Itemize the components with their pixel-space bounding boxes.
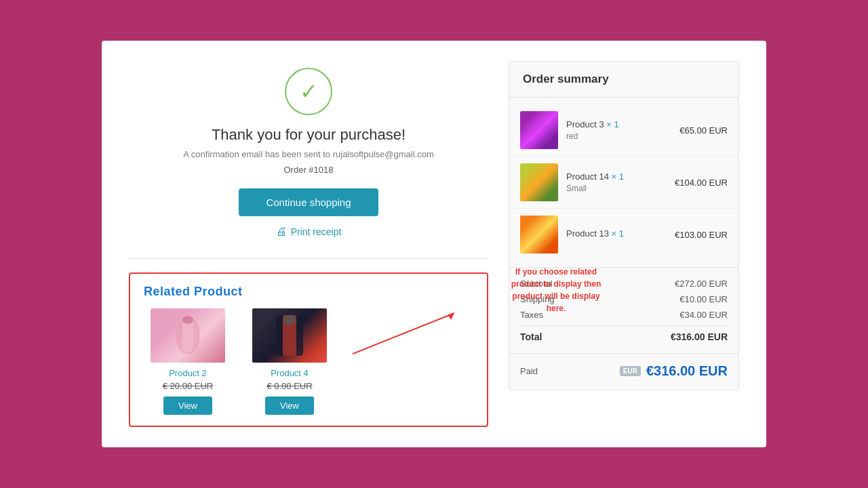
eur-badge: EUR [620,366,641,376]
product3-img [520,111,558,149]
product14-variant: Small [566,184,667,193]
subtotal-value: €272.00 EUR [675,279,728,289]
product4-view-button[interactable]: View [265,396,314,415]
related-product-title: Related Product [144,285,473,299]
svg-point-2 [182,316,193,324]
paid-amount: €316.00 EUR [646,363,728,379]
product14-info: Product 14 × 1 Small [566,171,667,193]
product3-price: €65.00 EUR [679,125,728,136]
main-container: ✓ Thank you for your purchase! A confirm… [102,41,766,447]
product2-price: € 20.00 EUR [163,381,213,391]
product2-name[interactable]: Product 2 [169,368,207,378]
product-card-4: Product 4 € 0.00 EUR View [245,308,334,415]
total-label: Total [520,331,542,342]
shipping-row: Shipping €10.00 EUR [520,291,728,307]
product3-info: Product 3 × 1 red [566,119,671,141]
order-number: Order #1018 [284,165,334,175]
order-item-product13: Product 13 × 1 €103.00 EUR [509,209,738,260]
product3-variant: red [566,131,671,141]
left-panel: ✓ Thank you for your purchase! A confirm… [129,61,488,427]
products-row: Product 2 € 20.00 EUR View [144,308,473,415]
product3-thumbnail [520,111,558,149]
shipping-label: Shipping [520,294,555,304]
paid-label: Paid [520,366,538,376]
product14-name: Product 14 × 1 [566,171,667,182]
product14-img [520,163,558,201]
product-card-2: Product 2 € 20.00 EUR View [144,308,232,415]
product4-price: € 0.00 EUR [267,381,312,391]
product13-name: Product 13 × 1 [566,228,667,239]
product13-img [520,216,558,253]
order-item-product14: Product 14 × 1 Small €104.00 EUR [509,157,738,209]
product2-view-button[interactable]: View [163,396,212,415]
product4-name[interactable]: Product 4 [271,368,309,378]
related-product-section: Related Product [129,272,488,427]
total-row: Total €316.00 EUR [520,325,728,345]
check-icon: ✓ [300,81,318,102]
taxes-value: €34.00 EUR [679,310,728,320]
order-summary-header: Order summary [509,62,738,98]
product4-image [252,308,327,363]
success-circle: ✓ [285,68,332,115]
subtotal-row: Subtotal €272.00 EUR [520,276,728,291]
print-receipt-label: Print receipt [291,226,342,237]
product13-thumbnail [520,216,558,253]
product2-img-bg [151,308,225,363]
continue-shopping-button[interactable]: Continue shopping [239,188,378,216]
product13-price: €103.00 EUR [675,230,728,240]
subtotal-label: Subtotal [520,279,553,289]
taxes-row: Taxes €34.00 EUR [520,307,728,323]
product14-thumbnail [520,163,558,201]
product2-image [151,308,225,363]
paid-amount-wrapper: EUR €316.00 EUR [620,363,728,379]
product4-img-bg [252,308,327,363]
order-totals: Subtotal €272.00 EUR Shipping €10.00 EUR… [509,267,738,353]
confirmation-email: A confirmation email has been sent to ru… [183,149,433,159]
paid-section: Paid EUR €316.00 EUR [509,353,738,390]
product2-svg [167,312,208,359]
order-items-list: Product 3 × 1 red €65.00 EUR Product 14 … [509,98,738,267]
shipping-value: €10.00 EUR [679,294,728,304]
print-icon: 🖨 [276,226,287,238]
svg-point-5 [283,315,296,325]
thank-you-title: Thank you for your purchase! [212,126,406,144]
order-item-product3: Product 3 × 1 red €65.00 EUR [509,104,738,157]
product4-svg [269,312,310,359]
divider [129,258,488,259]
order-summary-panel: Order summary Product 3 × 1 red €65.00 E… [509,61,739,390]
total-value: €316.00 EUR [671,331,728,342]
product13-info: Product 13 × 1 [566,228,667,241]
print-receipt-link[interactable]: 🖨 Print receipt [276,226,342,238]
product3-name: Product 3 × 1 [566,119,671,129]
product14-price: €104.00 EUR [675,178,728,188]
taxes-label: Taxes [520,310,543,320]
